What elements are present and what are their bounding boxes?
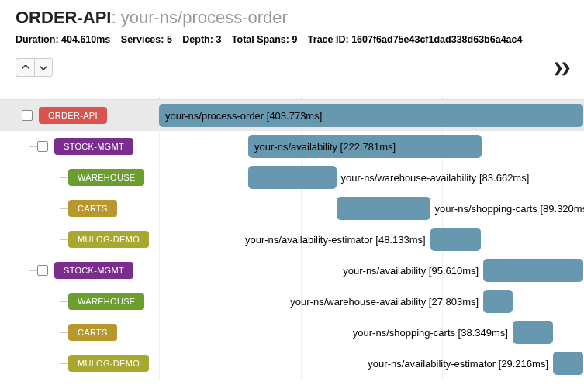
expand-button[interactable] bbox=[34, 58, 53, 77]
span-label-area: WAREHOUSE bbox=[0, 162, 159, 193]
span-label: your-ns/availability-estimator [48.133ms… bbox=[245, 228, 430, 251]
span-row[interactable]: CARTSyour-ns/shopping-carts [89.320ms] bbox=[0, 193, 584, 224]
toggle-collapse-icon[interactable]: − bbox=[37, 141, 48, 152]
collapse-button[interactable] bbox=[16, 58, 34, 77]
span-row[interactable]: −ORDER-APIyour-ns/process-order [403.773… bbox=[0, 100, 584, 131]
span-row[interactable]: WAREHOUSEyour-ns/warehouse-availability … bbox=[0, 286, 584, 317]
span-row[interactable]: CARTSyour-ns/shopping-carts [38.349ms] bbox=[0, 317, 584, 348]
span-label: your-ns/availability [95.610ms] bbox=[343, 259, 483, 282]
span-bar-area: your-ns/shopping-carts [38.349ms] bbox=[159, 317, 584, 348]
span-label: your-ns/shopping-carts [38.349ms] bbox=[353, 321, 513, 344]
span-bar-area: your-ns/availability-estimator [29.216ms… bbox=[159, 348, 584, 379]
service-tag: WAREHOUSE bbox=[68, 169, 144, 186]
span-bar-area: your-ns/availability [95.610ms] bbox=[159, 255, 584, 286]
span-row[interactable]: WAREHOUSEyour-ns/warehouse-availability … bbox=[0, 162, 584, 193]
toggle-collapse-icon[interactable]: − bbox=[37, 265, 48, 276]
span-bar[interactable] bbox=[483, 290, 513, 313]
span-row[interactable]: −STOCK-MGMTyour-ns/availability [95.610m… bbox=[0, 255, 584, 286]
service-tag: STOCK-MGMT bbox=[54, 262, 133, 279]
meta-spans: 9 bbox=[292, 34, 297, 45]
expand-all-icon[interactable]: ❯❯ bbox=[553, 60, 568, 75]
span-bar[interactable] bbox=[337, 197, 430, 220]
expand-collapse-group bbox=[16, 58, 53, 77]
span-label-area: −ORDER-API bbox=[0, 100, 159, 131]
span-label-area: CARTS bbox=[0, 193, 159, 224]
chevron-up-icon bbox=[22, 65, 29, 70]
span-label-area: −STOCK-MGMT bbox=[0, 131, 159, 162]
service-tag: ORDER-API bbox=[39, 107, 107, 124]
span-label-area: MULOG-DEMO bbox=[0, 224, 159, 255]
span-label: your-ns/warehouse-availability [83.662ms… bbox=[337, 166, 530, 189]
title-service: ORDER-API bbox=[16, 8, 111, 27]
span-row[interactable]: MULOG-DEMOyour-ns/availability-estimator… bbox=[0, 348, 584, 379]
header: ORDER-API: your-ns/process-order Duratio… bbox=[0, 0, 584, 50]
span-bar-area: your-ns/warehouse-availability [83.662ms… bbox=[159, 162, 584, 193]
span-bar-area: your-ns/shopping-carts [89.320ms] bbox=[159, 193, 584, 224]
service-tag: MULOG-DEMO bbox=[68, 231, 149, 248]
service-tag: CARTS bbox=[68, 324, 117, 341]
service-tag: CARTS bbox=[68, 200, 117, 217]
meta-duration: 404.610ms bbox=[61, 34, 110, 45]
trace-chart: 0ms 134.870ms 269.740ms 404.610ms −ORDER… bbox=[0, 83, 584, 379]
span-row[interactable]: MULOG-DEMOyour-ns/availability-estimator… bbox=[0, 224, 584, 255]
meta-services: 5 bbox=[167, 34, 172, 45]
span-label-area: WAREHOUSE bbox=[0, 286, 159, 317]
page-title: ORDER-API: your-ns/process-order bbox=[16, 8, 568, 28]
span-label-area: MULOG-DEMO bbox=[0, 348, 159, 379]
span-bar[interactable] bbox=[248, 166, 336, 189]
span-bar[interactable] bbox=[430, 228, 481, 251]
meta-bar: Duration: 404.610ms Services: 5 Depth: 3… bbox=[16, 34, 568, 45]
span-label: your-ns/shopping-carts [89.320ms] bbox=[430, 197, 584, 220]
meta-depth: 3 bbox=[216, 34, 221, 45]
span-label-area: CARTS bbox=[0, 317, 159, 348]
service-tag: WAREHOUSE bbox=[68, 293, 144, 310]
span-label: your-ns/warehouse-availability [27.803ms… bbox=[290, 290, 483, 313]
toggle-collapse-icon[interactable]: − bbox=[22, 110, 33, 121]
span-bar[interactable]: your-ns/process-order [403.773ms] bbox=[159, 104, 583, 127]
span-bar-area: your-ns/warehouse-availability [27.803ms… bbox=[159, 286, 584, 317]
service-tag: MULOG-DEMO bbox=[68, 355, 149, 372]
span-bar[interactable] bbox=[483, 259, 583, 282]
span-bar[interactable]: your-ns/availability [222.781ms] bbox=[248, 135, 482, 158]
span-bar-area: your-ns/availability-estimator [48.133ms… bbox=[159, 224, 584, 255]
span-bar[interactable] bbox=[513, 321, 553, 344]
service-tag: STOCK-MGMT bbox=[54, 138, 133, 155]
span-bar-area: your-ns/process-order [403.773ms] bbox=[159, 100, 584, 131]
span-label-area: −STOCK-MGMT bbox=[0, 255, 159, 286]
title-operation: your-ns/process-order bbox=[121, 8, 288, 27]
span-bar-area: your-ns/availability [222.781ms] bbox=[159, 131, 584, 162]
meta-traceid: 1607f6ad75e43cf1dad338d63b6a4ac4 bbox=[351, 34, 522, 45]
span-bar[interactable] bbox=[553, 352, 583, 375]
span-row[interactable]: −STOCK-MGMTyour-ns/availability [222.781… bbox=[0, 131, 584, 162]
chevron-down-icon bbox=[40, 65, 47, 70]
time-axis: 0ms 134.870ms 269.740ms 404.610ms bbox=[0, 83, 584, 100]
span-label: your-ns/availability-estimator [29.216ms… bbox=[368, 352, 553, 375]
controls: ❯❯ bbox=[0, 50, 584, 83]
